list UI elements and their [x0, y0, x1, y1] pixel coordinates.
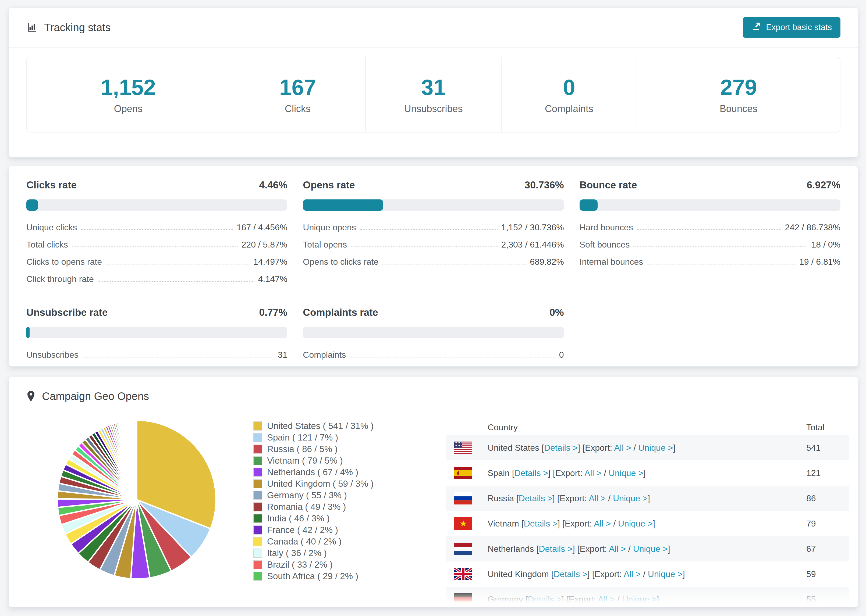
legend-item: Italy ( 36 / 2% ): [253, 549, 373, 558]
rate-value: 4.46%: [259, 179, 287, 191]
geo-row-total: 541: [806, 443, 849, 453]
stat-value: 167: [279, 75, 316, 100]
geo-table: Country Total United States [Details >] …: [446, 420, 849, 607]
rate-head: Opens rate30.736%: [303, 179, 564, 191]
export-all-link-vn[interactable]: All >: [594, 519, 611, 528]
export-basic-stats-button[interactable]: Export basic stats: [743, 17, 841, 38]
rate-rows: Hard bounces242 / 86.738%Soft bounces18 …: [579, 223, 841, 267]
nl-flag-icon: [454, 543, 472, 555]
table-row-ru: Russia [Details >] [Export: All > / Uniq…: [446, 486, 849, 511]
export-unique-link-gb[interactable]: Unique >: [648, 569, 683, 579]
rate-row-value: 4.147%: [258, 274, 288, 284]
rate-section-bounce: Bounce rate6.927%Hard bounces242 / 86.73…: [579, 179, 841, 291]
rate-row: Internal bounces19 / 6.81%: [579, 257, 841, 267]
stat-label: Complaints: [545, 103, 593, 115]
rate-rows: Unique clicks167 / 4.456%Total clicks220…: [26, 223, 287, 284]
rate-row-label: Unique clicks: [26, 223, 77, 233]
export-unique-link-es[interactable]: Unique >: [609, 468, 643, 478]
details-link-gb[interactable]: Details >: [553, 569, 587, 579]
geo-row-text: Russia [: [488, 493, 519, 503]
stat-value: 0: [563, 75, 575, 100]
rate-row: Unique clicks167 / 4.456%: [26, 223, 287, 233]
legend-label: Netherlands ( 67 / 4% ): [267, 467, 358, 477]
export-all-link-nl[interactable]: All >: [609, 544, 626, 554]
rate-row: Complaints0: [303, 350, 564, 360]
export-all-link-es[interactable]: All >: [584, 468, 601, 478]
vn-flag-icon: [454, 517, 472, 530]
geo-row-text: ] [Export:: [553, 493, 589, 503]
legend-swatch: [253, 572, 262, 581]
legend-label: Romania ( 49 / 3% ): [267, 502, 346, 512]
export-all-link-gb[interactable]: All >: [624, 569, 641, 579]
rate-value: 30.736%: [525, 179, 564, 191]
rate-row-leader: [382, 264, 526, 264]
rate-row: Opens to clicks rate689.82%: [303, 257, 564, 267]
rate-head: Clicks rate4.46%: [26, 179, 287, 191]
export-unique-link-de[interactable]: Unique >: [622, 594, 657, 604]
details-link-de[interactable]: Details >: [527, 594, 561, 604]
legend-item: United States ( 541 / 31% ): [253, 422, 373, 430]
geo-row-text: Germany [: [488, 594, 527, 604]
geo-row-total: 59: [806, 569, 849, 579]
es-flag-icon: [454, 467, 472, 479]
rate-value: 0%: [550, 307, 564, 318]
export-unique-link-us[interactable]: Unique >: [638, 443, 673, 453]
legend-swatch: [253, 433, 262, 442]
details-link-ru[interactable]: Details >: [519, 493, 553, 503]
legend-swatch: [253, 421, 262, 431]
rate-head: Bounce rate6.927%: [579, 179, 841, 191]
stat-value: 1,152: [101, 75, 156, 100]
rate-head: Unsubscribe rate0.77%: [26, 307, 287, 318]
export-all-link-de[interactable]: All >: [598, 594, 615, 604]
legend-item: Canada ( 40 / 2% ): [253, 537, 373, 546]
legend-item: Germany ( 55 / 3% ): [253, 491, 373, 500]
geo-row-total: 121: [806, 468, 849, 478]
legend-swatch: [253, 456, 262, 465]
geo-row-text: ]: [668, 544, 670, 554]
stat-label: Bounces: [720, 103, 757, 115]
rate-title: Bounce rate: [579, 179, 637, 191]
export-basic-stats-label: Export basic stats: [766, 23, 832, 32]
legend-swatch: [253, 502, 262, 511]
export-all-link-us[interactable]: All >: [614, 443, 631, 453]
rate-progress-track: [26, 327, 287, 338]
rate-row-value: 220 / 5.87%: [241, 240, 288, 250]
rates-grid-top: Clicks rate4.46%Unique clicks167 / 4.456…: [26, 179, 841, 291]
geo-title: Campaign Geo Opens: [26, 390, 149, 402]
map-pin-icon: [26, 390, 36, 402]
rate-row: Total opens2,303 / 61.446%: [303, 240, 564, 250]
details-link-vn[interactable]: Details >: [524, 519, 557, 528]
rate-rows: Unique opens1,152 / 30.736%Total opens2,…: [303, 223, 564, 267]
rate-row-leader: [81, 229, 233, 230]
rate-row-label: Click through rate: [26, 274, 94, 284]
rate-title: Opens rate: [303, 179, 355, 191]
legend-item: Russia ( 86 / 5% ): [253, 445, 373, 453]
geo-row-text: United States [: [488, 443, 544, 453]
rate-row-label: Soft bounces: [579, 240, 630, 250]
rate-row-leader: [72, 247, 238, 247]
geo-row-text: /: [615, 594, 622, 604]
geo-row-text: /: [641, 569, 648, 579]
export-all-link-ru[interactable]: All >: [589, 493, 606, 503]
rate-row: Hard bounces242 / 86.738%: [579, 223, 841, 233]
legend-label: France ( 42 / 2% ): [267, 525, 338, 535]
legend-item: Romania ( 49 / 3% ): [253, 503, 373, 511]
bar-chart-icon: [26, 22, 38, 33]
tracking-stats-title: Tracking stats: [26, 22, 110, 34]
export-unique-link-vn[interactable]: Unique >: [618, 519, 653, 528]
details-link-nl[interactable]: Details >: [539, 544, 572, 554]
details-link-es[interactable]: Details >: [515, 468, 548, 478]
rate-section-complaints: Complaints rate0%Complaints0: [303, 307, 564, 367]
geo-row-text: ] [Export:: [562, 594, 598, 604]
rate-row-label: Opens to clicks rate: [303, 257, 378, 267]
rate-head: Complaints rate0%: [303, 307, 564, 318]
export-unique-link-ru[interactable]: Unique >: [613, 493, 648, 503]
geo-row-total: 67: [806, 544, 849, 554]
stat-box-bounces: 279Bounces: [637, 57, 840, 132]
rate-row-value: 1,152 / 30.736%: [501, 223, 564, 233]
legend-swatch: [253, 537, 262, 546]
details-link-us[interactable]: Details >: [544, 443, 578, 453]
rate-progress-track: [579, 200, 841, 211]
geo-row-text: ] [Export:: [573, 544, 609, 554]
export-unique-link-nl[interactable]: Unique >: [633, 544, 668, 554]
